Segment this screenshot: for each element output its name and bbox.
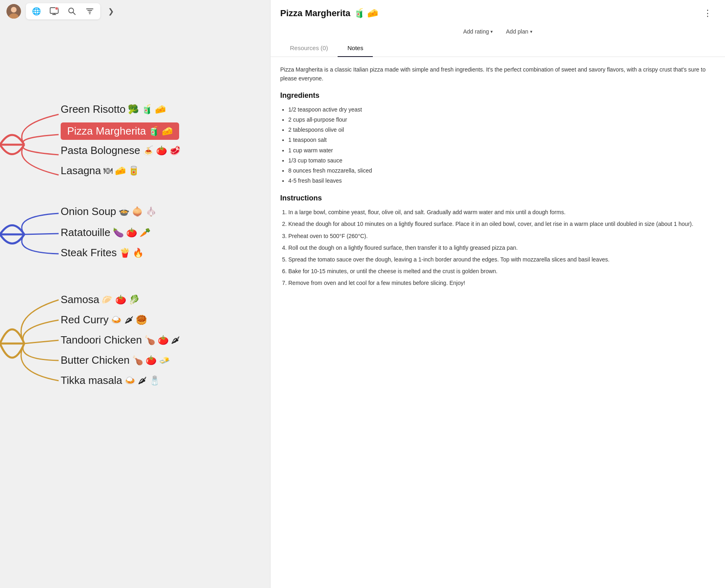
rp-title: Pizza Margherita 🧃 🧀 [280, 8, 378, 19]
menu-item-label: Butter Chicken [61, 354, 130, 367]
add-plan-button[interactable]: Add plan ▾ [503, 27, 535, 36]
instructions-list: In a large bowl, combine yeast, flour, o… [288, 207, 715, 288]
add-rating-chevron-icon: ▾ [490, 29, 493, 34]
menu-item-samosa[interactable]: Samosa 🥟 🍅 🥬 [61, 293, 140, 306]
tab-notes[interactable]: Notes [338, 40, 373, 57]
menu-item-label: Tandoori Chicken [61, 334, 142, 346]
recipe-title-emojis: 🧃 🧀 [354, 8, 378, 19]
ingredients-title: Ingredients [280, 91, 715, 100]
menu-item-label: Onion Soup [61, 205, 116, 218]
filter-icon[interactable] [84, 6, 95, 17]
menu-item-tandoori-chicken[interactable]: Tandoori Chicken 🍗 🍅 🌶 [61, 334, 180, 346]
toolbar: 🌐 ! ❯ [0, 0, 270, 23]
add-plan-label: Add plan [506, 28, 528, 35]
svg-point-6 [69, 8, 74, 13]
menu-item-label: Ratatouille [61, 226, 110, 239]
monitor-icon[interactable]: ! [49, 6, 60, 17]
menu-item-butter-chicken[interactable]: Butter Chicken 🍗 🍅 🧈 [61, 354, 170, 367]
recipe-title: Pizza Margherita [280, 8, 351, 19]
left-panel: 🌐 ! ❯ [0, 0, 270, 588]
ingredients-list: 1/2 teaspoon active dry yeast 2 cups all… [288, 105, 715, 186]
menu-item-ratatouille[interactable]: Ratatouille 🍆 🍅 🥕 [61, 226, 150, 239]
search-icon[interactable] [66, 6, 78, 17]
menu-item-label: Pizza Margherita [67, 125, 146, 137]
instructions-title: Instructions [280, 194, 715, 202]
menu-item-label: Lasagna [61, 164, 101, 177]
globe-icon[interactable]: 🌐 [31, 6, 42, 17]
recipe-description: Pizza Margherita is a classic Italian pi… [280, 65, 715, 83]
menu-item-label: Steak Frites [61, 247, 117, 259]
list-item: 2 tablespoons olive oil [288, 125, 715, 135]
add-rating-button[interactable]: Add rating ▾ [460, 27, 496, 36]
list-item: Spread the tomato sauce over the dough, … [288, 255, 715, 265]
list-item: 8 ounces fresh mozzarella, sliced [288, 166, 715, 176]
tab-resources[interactable]: Resources (0) [280, 40, 338, 57]
menu-item-label: Pasta Bolognese [61, 144, 140, 157]
list-item: 1/2 teaspoon active dry yeast [288, 105, 715, 115]
menu-item-pizza-margherita[interactable]: Pizza Margherita 🧃 🧀 [61, 122, 179, 140]
add-plan-chevron-icon: ▾ [530, 29, 533, 34]
more-options-button[interactable]: ⋮ [700, 6, 715, 20]
list-item: 1 cup warm water [288, 145, 715, 156]
menu-item-label: Green Risotto [61, 103, 125, 116]
list-item: Bake for 10-15 minutes, or until the che… [288, 266, 715, 276]
list-item: 1/3 cup tomato sauce [288, 156, 715, 166]
menu-item-green-risotto[interactable]: Green Risotto 🥦 🧃 🧀 [61, 103, 166, 116]
menu-item-red-curry[interactable]: Red Curry 🍛 🌶 🥮 [61, 314, 147, 326]
toolbar-icons: 🌐 ! [26, 3, 100, 19]
menu-item-tikka-masala[interactable]: Tikka masala 🍛 🌶 🧂 [61, 374, 160, 387]
menu-item-pasta-bolognese[interactable]: Pasta Bolognese 🍝 🍅 🥩 [61, 144, 180, 157]
list-item: 4-5 fresh basil leaves [288, 176, 715, 186]
expand-icon[interactable]: ❯ [105, 6, 116, 17]
mindmap: Green Risotto 🥦 🧃 🧀 Pizza Margherita 🧃 🧀… [0, 24, 270, 588]
rp-actions: Add rating ▾ Add plan ▾ [271, 23, 725, 40]
list-item: In a large bowl, combine yeast, flour, o… [288, 207, 715, 217]
menu-item-label: Tikka masala [61, 374, 122, 387]
avatar[interactable] [6, 4, 21, 19]
list-item: 1 teaspoon salt [288, 135, 715, 145]
indian-connector [0, 291, 81, 404]
menu-item-label: Samosa [61, 293, 99, 306]
svg-point-1 [11, 7, 17, 13]
menu-item-steak-frites[interactable]: Steak Frites 🍟 🔥 [61, 247, 144, 259]
rp-tabs: Resources (0) Notes [271, 40, 725, 57]
menu-item-label: Red Curry [61, 314, 108, 326]
menu-item-onion-soup[interactable]: Onion Soup 🍲 🧅 🧄 [61, 205, 156, 218]
list-item: Preheat oven to 500°F (260°C). [288, 231, 715, 241]
rp-content: Pizza Margherita is a classic Italian pi… [271, 57, 725, 588]
right-panel: Pizza Margherita 🧃 🧀 ⋮ Add rating ▾ Add … [270, 0, 725, 588]
add-rating-label: Add rating [463, 28, 489, 35]
list-item: Roll out the dough on a lightly floured … [288, 243, 715, 253]
rp-header: Pizza Margherita 🧃 🧀 ⋮ [271, 0, 725, 23]
menu-item-lasagna[interactable]: Lasagna 🍽 🧀 🥫 [61, 164, 139, 177]
svg-text:!: ! [56, 8, 57, 10]
list-item: 2 cups all-purpose flour [288, 115, 715, 125]
list-item: Remove from oven and let cool for a few … [288, 278, 715, 288]
list-item: Knead the dough for about 10 minutes on … [288, 219, 715, 229]
